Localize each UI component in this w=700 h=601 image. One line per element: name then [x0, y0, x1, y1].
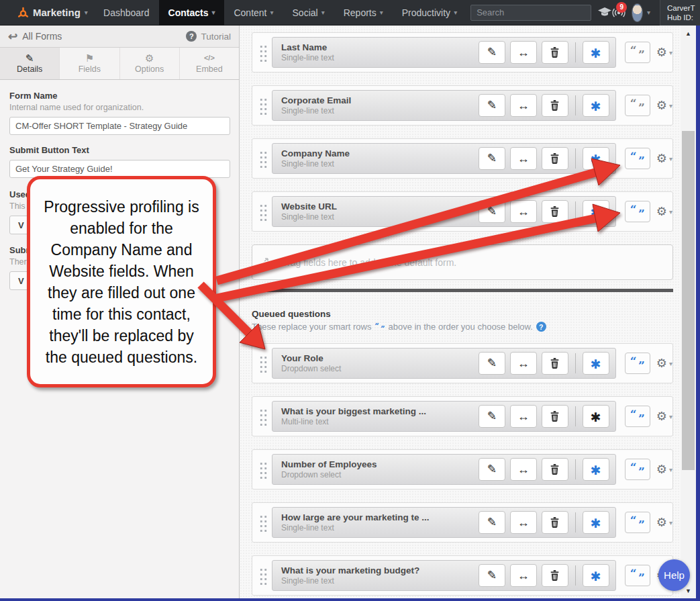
tutorial-link[interactable]: ? Tutorial: [186, 31, 231, 42]
button-separator: [575, 353, 576, 373]
field-dropzone[interactable]: Drag fields here to add to the default f…: [252, 244, 673, 280]
field-options-menu[interactable]: ⚙▾: [656, 409, 672, 424]
field-options-menu[interactable]: ⚙▾: [656, 45, 672, 60]
edit-field-button[interactable]: ✎: [479, 564, 505, 587]
resize-field-button[interactable]: ↔: [510, 41, 537, 64]
nav-item-social[interactable]: Social▾: [283, 0, 334, 26]
drag-handle-icon[interactable]: [258, 150, 267, 168]
drag-handle-icon[interactable]: [258, 355, 267, 373]
nav-item-productivity[interactable]: Productivity▾: [393, 0, 466, 26]
field-options-menu[interactable]: ⚙▾: [656, 98, 672, 113]
required-toggle-button[interactable]: ✱: [583, 458, 609, 481]
required-toggle-button[interactable]: ✱: [583, 405, 609, 428]
edit-field-button[interactable]: ✎: [479, 94, 505, 117]
avatar[interactable]: [632, 3, 643, 22]
edit-field-button[interactable]: ✎: [479, 147, 505, 170]
chevron-down-icon: ▾: [669, 208, 672, 216]
delete-field-button[interactable]: [542, 564, 568, 587]
delete-field-button[interactable]: [542, 94, 568, 117]
resize-field-button[interactable]: ↔: [510, 352, 537, 375]
nav-item-reports[interactable]: Reports▾: [334, 0, 393, 26]
required-toggle-button[interactable]: ✱: [583, 41, 609, 64]
submit-button-text-label: Submit Button Text: [9, 145, 230, 155]
edit-field-button[interactable]: ✎: [479, 352, 505, 375]
delete-field-button[interactable]: [542, 200, 568, 223]
chevron-down-icon: ▾: [380, 9, 383, 16]
field-bar: Website URL Single-line text ✎ ↔ ✱: [272, 196, 616, 227]
resize-field-button[interactable]: ↔: [510, 458, 537, 481]
nav-item-dashboard[interactable]: Dashboard: [94, 0, 159, 26]
smart-field-button[interactable]: “”: [625, 42, 650, 63]
delete-field-button[interactable]: [542, 147, 568, 170]
resize-field-button[interactable]: ↔: [510, 200, 537, 223]
required-toggle-button[interactable]: ✱: [583, 564, 609, 587]
search-input[interactable]: [470, 5, 591, 21]
back-to-all-forms-link[interactable]: ↩ All Forms: [8, 30, 62, 44]
smart-field-button[interactable]: “”: [625, 148, 650, 169]
default-form-rows: Last Name Single-line text ✎ ↔ ✱ “”: [252, 32, 682, 232]
delete-field-button[interactable]: [542, 511, 568, 534]
submit-button-text-input[interactable]: [9, 160, 230, 178]
field-options-menu[interactable]: ⚙▾: [656, 515, 672, 530]
scroll-up-button[interactable]: ▲: [681, 27, 696, 40]
drag-handle-icon[interactable]: [258, 44, 267, 62]
field-options-menu[interactable]: ⚙▾: [656, 462, 672, 477]
required-toggle-button[interactable]: ✱: [583, 352, 609, 375]
help-circle-icon[interactable]: ?: [536, 322, 546, 332]
delete-field-button[interactable]: [542, 352, 568, 375]
edit-field-button[interactable]: ✎: [479, 41, 505, 64]
edit-field-button[interactable]: ✎: [479, 511, 505, 534]
nav-item-contacts[interactable]: Contacts▾: [159, 0, 225, 26]
drag-handle-icon[interactable]: [258, 514, 267, 532]
pencil-icon: ✎: [487, 45, 497, 59]
smart-field-button[interactable]: “”: [625, 353, 650, 374]
field-options-menu[interactable]: ⚙▾: [656, 151, 672, 166]
field-bar: Corporate Email Single-line text ✎ ↔ ✱: [272, 90, 616, 121]
field-options-menu[interactable]: ⚙▾: [656, 356, 672, 371]
resize-field-button[interactable]: ↔: [510, 94, 537, 117]
field-options-menu[interactable]: ⚙▾: [656, 204, 672, 219]
academy-button[interactable]: [598, 0, 611, 26]
required-toggle-button[interactable]: ✱: [583, 511, 609, 534]
delete-field-button[interactable]: [542, 41, 568, 64]
required-toggle-button[interactable]: ✱: [583, 200, 609, 223]
help-button[interactable]: Help: [658, 559, 690, 591]
smart-field-button[interactable]: “”: [625, 565, 650, 586]
smart-field-button[interactable]: “”: [625, 201, 650, 222]
scrollbar-thumb[interactable]: [682, 131, 695, 470]
edit-field-button[interactable]: ✎: [479, 200, 505, 223]
smart-field-button[interactable]: “”: [625, 95, 650, 116]
nav-item-content[interactable]: Content▾: [224, 0, 283, 26]
vertical-scrollbar[interactable]: ▲ ▼: [681, 26, 696, 599]
resize-field-button[interactable]: ↔: [510, 147, 537, 170]
edit-field-button[interactable]: ✎: [479, 405, 505, 428]
chevron-down-icon: ▾: [669, 519, 672, 526]
smart-field-button[interactable]: “”: [625, 406, 650, 427]
required-toggle-button[interactable]: ✱: [583, 94, 609, 117]
drag-handle-icon[interactable]: [258, 97, 267, 115]
hub-id: Hub ID:: [667, 13, 700, 22]
delete-field-button[interactable]: [542, 458, 568, 481]
field-bar: What is your marketing budget? Single-li…: [272, 560, 616, 591]
tab-embed[interactable]: </> Embed: [180, 48, 239, 79]
edit-field-button[interactable]: ✎: [479, 458, 505, 481]
form-name-input[interactable]: [9, 117, 230, 135]
smart-field-button[interactable]: “”: [625, 459, 650, 480]
resize-field-button[interactable]: ↔: [510, 564, 537, 587]
resize-field-button[interactable]: ↔: [510, 405, 537, 428]
drag-handle-icon[interactable]: [258, 203, 267, 221]
required-toggle-button[interactable]: ✱: [583, 147, 609, 170]
drag-handle-icon[interactable]: [258, 461, 267, 479]
notifications-button[interactable]: 9: [611, 0, 626, 26]
drag-handle-icon[interactable]: [258, 408, 267, 426]
smart-field-button[interactable]: “”: [625, 512, 650, 533]
trash-icon: [550, 153, 559, 164]
tab-details[interactable]: ✎ Details: [0, 48, 60, 79]
drag-handle-icon[interactable]: [258, 567, 267, 585]
delete-field-button[interactable]: [542, 405, 568, 428]
tab-fields[interactable]: ⚑ Fields: [60, 48, 119, 79]
form-name-help: Internal name used for organization.: [9, 103, 230, 112]
resize-field-button[interactable]: ↔: [510, 511, 537, 534]
hubspot-brand[interactable]: Marketing ▾: [17, 7, 88, 19]
tab-options[interactable]: ⚙ Options: [120, 48, 180, 79]
